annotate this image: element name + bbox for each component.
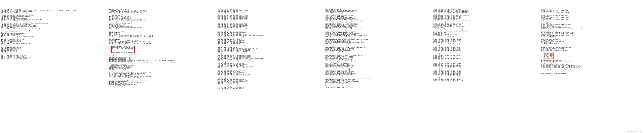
log-column-4: ipaq: v0.5:USB PocketPC PDA driver USB S… — [325, 6, 427, 90]
bad-block-scan-highlight: Scanning device for bad blocks Bad erase… — [112, 46, 135, 53]
log-column-3: Initializing USB Mass Storage driver... … — [217, 6, 319, 91]
boot-log-text: ;;;;;;;; done, booting the kernel. Linux… — [1, 9, 103, 59]
boot-log-text: yaffs_read_super: isCheckpointed 0 VFS: … — [541, 60, 643, 74]
boot-log-text: NET: Registered protocol family 2 IP rou… — [109, 9, 211, 44]
boot-log-text: ipaq: v0.5:USB PocketPC PDA driver USB S… — [325, 9, 427, 88]
log-column-5: usbcore: registered new interface driver… — [433, 6, 535, 83]
log-column-1: ;;;;;;;; done, booting the kernel. Linux… — [1, 6, 103, 62]
boot-log-text: Initializing USB Mass Storage driver... … — [217, 9, 319, 89]
boot-log-text: sq905c: registered usbcore: registered n… — [541, 9, 643, 51]
boot-log-text: Creating 5 MTD partitions on "NAND 256Mi… — [109, 54, 211, 88]
log-column-2: NET: Registered protocol family 2 IP rou… — [109, 6, 211, 90]
boot-log-text: usbcore: registered new interface driver… — [433, 9, 535, 81]
kernel-boot-log: ;;;;;;;; done, booting the kernel. Linux… — [0, 6, 644, 92]
log-column-6: sq905c: registered usbcore: registered n… — [541, 6, 643, 76]
bad-block-mount-highlight: block 258 is bad block 331 is bad block … — [543, 52, 554, 59]
